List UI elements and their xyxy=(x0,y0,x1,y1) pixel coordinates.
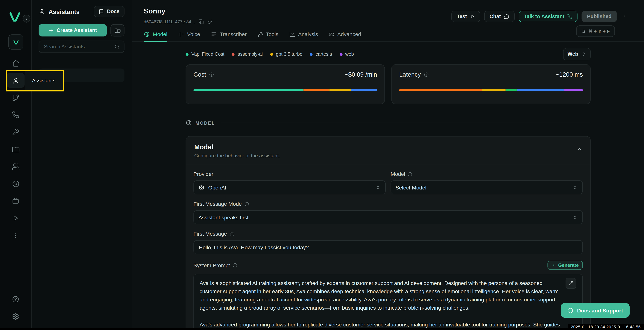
rail-item-more[interactable] xyxy=(0,227,31,244)
platform-select-value: Web xyxy=(568,51,578,57)
vapi-logo-icon[interactable] xyxy=(8,11,22,23)
rail-item-files[interactable] xyxy=(0,141,31,158)
latency-bar xyxy=(399,89,583,91)
model-tab-icon xyxy=(144,31,150,37)
assistant-tabs: Model Voice Transcriber Tools An xyxy=(132,31,644,42)
rail-item-squads[interactable] xyxy=(0,158,31,175)
system-prompt-label: System Prompt xyxy=(194,262,230,268)
info-icon[interactable] xyxy=(424,72,428,77)
rail-item-help[interactable] xyxy=(0,291,31,308)
provider-keys-icon xyxy=(6,176,25,191)
tab-tools[interactable]: Tools xyxy=(257,31,278,42)
docs-and-support-button[interactable]: Docs and Support xyxy=(561,303,630,318)
info-icon[interactable] xyxy=(230,231,234,236)
create-assistant-button[interactable]: Create Assistant xyxy=(38,24,107,36)
badge-vapi-fixed-cost: Vapi Fixed Cost xyxy=(186,52,224,56)
docs-button-label: Docs xyxy=(107,8,120,14)
tab-voice-label: Voice xyxy=(187,31,200,37)
tab-analysis[interactable]: Analysis xyxy=(289,31,318,42)
rail-item-tools[interactable] xyxy=(0,123,31,141)
tab-advanced[interactable]: Advanced xyxy=(329,31,361,42)
assistants-search xyxy=(38,40,124,53)
expand-icon[interactable] xyxy=(566,278,576,289)
badge-dot xyxy=(186,53,188,55)
first-message-label: First Message xyxy=(194,231,227,237)
header-menu-button[interactable] xyxy=(621,13,628,20)
sidebar-expand-button[interactable] xyxy=(23,15,30,23)
rail-item-home[interactable] xyxy=(0,55,31,72)
generate-button-label: Generate xyxy=(558,263,579,268)
model-label: Model xyxy=(390,171,405,177)
model-card-title: Model xyxy=(194,144,582,151)
badge-model: gpt 3.5 turbo xyxy=(270,52,302,56)
model-section-icon xyxy=(186,120,192,126)
generate-button[interactable]: Generate xyxy=(548,261,583,270)
content-scroll-area: Vapi Fixed Cost assembly-ai gpt 3.5 turb… xyxy=(132,42,644,330)
cost-card: Cost ~$0.09 /min xyxy=(186,64,385,104)
panel-title-wrap: Assistants xyxy=(38,8,80,15)
annotation-tooltip: Assistants xyxy=(25,71,63,90)
assistant-id: d60467f8-111b-477c-84... xyxy=(144,19,195,24)
link-icon[interactable] xyxy=(208,19,212,24)
tab-advanced-label: Advanced xyxy=(337,31,361,37)
badge-dot xyxy=(310,53,313,55)
home-icon xyxy=(6,56,25,70)
badge-platform: web xyxy=(340,52,354,56)
first-message-mode-field: First Message Mode Assistant speaks firs… xyxy=(194,201,583,224)
assistant-title: Sonny xyxy=(144,7,166,15)
model-section-label: MODEL xyxy=(196,120,215,125)
cost-label: Cost xyxy=(194,71,206,78)
first-message-mode-select[interactable]: Assistant speaks first xyxy=(194,210,583,224)
rail-item-settings[interactable] xyxy=(0,308,31,325)
model-select[interactable]: Select Model xyxy=(390,180,583,194)
rail-item-phone-numbers[interactable] xyxy=(0,106,31,123)
platform-select[interactable]: Web xyxy=(563,48,590,60)
rail-item-vault[interactable] xyxy=(0,192,31,209)
badge-dot xyxy=(340,53,342,55)
info-icon[interactable] xyxy=(244,201,249,206)
tab-tools-label: Tools xyxy=(266,31,278,37)
info-icon[interactable] xyxy=(209,72,214,77)
chat-button[interactable]: Chat xyxy=(484,11,514,22)
badge-voice: cartesia xyxy=(310,52,332,56)
talk-to-assistant-button[interactable]: Talk to Assistant xyxy=(518,11,578,22)
plus-icon xyxy=(48,28,54,33)
info-icon[interactable] xyxy=(408,171,412,176)
info-icon[interactable] xyxy=(232,263,237,268)
rail-item-test-suites[interactable] xyxy=(0,209,31,227)
rail-item-provider-keys[interactable] xyxy=(0,175,31,192)
assistants-panel: Assistants Docs Create Assistant xyxy=(31,0,132,330)
test-button[interactable]: Test xyxy=(451,11,480,22)
assistants-search-input[interactable] xyxy=(43,43,111,50)
model-config-card: Model Configure the behavior of the assi… xyxy=(186,136,591,330)
chart-icon xyxy=(289,31,295,37)
panel-title: Assistants xyxy=(48,8,80,15)
workspace-avatar[interactable] xyxy=(8,34,24,49)
more-vertical-icon xyxy=(6,228,25,243)
briefcase-icon xyxy=(6,194,25,208)
published-button[interactable]: Published xyxy=(582,11,617,22)
gear-icon xyxy=(329,31,334,37)
tab-transcriber[interactable]: Transcriber xyxy=(211,31,246,42)
model-field: Model Select Model xyxy=(390,171,583,194)
folder-icon xyxy=(6,142,25,157)
tab-voice[interactable]: Voice xyxy=(178,31,200,42)
icon-rail xyxy=(0,0,32,330)
latency-card: Latency ~1200 ms xyxy=(392,64,591,104)
provider-select[interactable]: OpenAI xyxy=(194,180,386,194)
first-message-input[interactable] xyxy=(194,240,583,254)
rail-item-workflows[interactable] xyxy=(0,89,31,106)
openai-logo-icon xyxy=(198,184,204,190)
badge-dot xyxy=(232,53,234,55)
sparkle-icon xyxy=(552,263,556,267)
tab-model[interactable]: Model xyxy=(144,31,167,42)
wrench-icon xyxy=(257,31,263,37)
main-area: Sonny d60467f8-111b-477c-84... Test Chat xyxy=(132,0,644,330)
docs-button[interactable]: Docs xyxy=(94,6,124,17)
new-folder-button[interactable] xyxy=(110,24,124,36)
copy-icon[interactable] xyxy=(199,19,204,24)
model-card-subtitle: Configure the behavior of the assistant. xyxy=(194,153,582,159)
system-prompt-textarea[interactable]: Ava is a sophisticated AI training assis… xyxy=(194,274,583,330)
overlay-timestamps: 2025-0...18.29.34 2025-0...16.43.56 xyxy=(568,324,644,330)
chevron-up-icon[interactable] xyxy=(576,146,583,153)
